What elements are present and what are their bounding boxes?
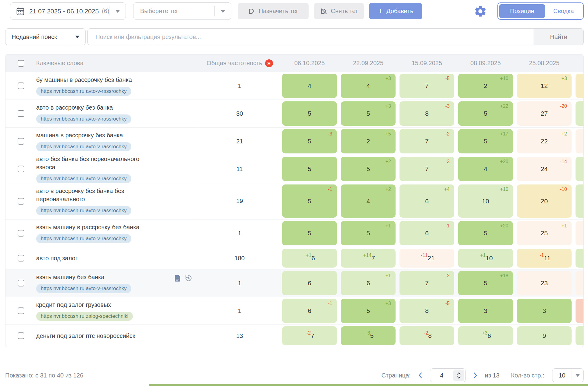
date-range-dropdown[interactable] [109,3,126,19]
recent-search-dropdown[interactable] [69,29,85,45]
row-checkbox[interactable] [5,155,36,183]
date-range-picker[interactable]: 21.07.2025 - 06.10.2025 (6) [10,2,126,20]
position-cell[interactable]: -57 [399,74,454,98]
position-cell[interactable]: 6 [282,271,337,295]
column-header-date[interactable]: 06.10.2025 [282,60,337,67]
position-cell[interactable]: +175 [458,129,513,153]
position-cell[interactable]: 3 [517,299,572,323]
keyword-text[interactable]: взять машину в рассрочку без банка [36,223,158,231]
position-cell[interactable]: +1010 [458,184,513,218]
position-cell[interactable]: -38 [399,101,454,126]
position-cell[interactable]: +16 [282,249,337,268]
position-cell[interactable]: +147 [341,249,396,268]
tag-select[interactable]: Выберите тег [133,2,231,20]
position-cell[interactable]: +15 [341,221,396,245]
history-icon[interactable] [184,274,192,282]
row-checkbox[interactable] [5,219,36,247]
row-checkbox[interactable] [5,325,36,347]
select-all-checkbox[interactable] [5,60,36,67]
position-cell[interactable]: -1424 [517,157,572,181]
position-cell[interactable]: -111 [517,249,572,268]
position-cell[interactable]: -27 [282,326,337,345]
page-number-input[interactable]: 4 [430,368,466,382]
row-checkbox[interactable] [5,128,36,155]
row-checkbox[interactable] [5,183,36,219]
row-checkbox[interactable] [5,297,36,325]
keyword-url-chip[interactable]: https nvr.bbcash.ru avto-v-rassrochky [36,174,131,183]
recent-search-select[interactable]: Недавний поиск [5,28,86,45]
column-header-date[interactable]: 15.09.2025 [399,60,454,67]
position-cell[interactable]: -16 [282,299,337,323]
remove-tag-button[interactable]: Снять тег [314,3,364,19]
position-cell[interactable]: +125 [517,221,572,245]
keyword-text[interactable]: авто в рассрочку без банка без первонача… [36,187,158,203]
keyword-text[interactable]: деньги под залог птс новороссийск [36,332,158,340]
add-button[interactable]: + Добавить [369,3,422,19]
row-checkbox[interactable] [5,72,36,100]
position-cell-clipped[interactable] [576,74,583,98]
document-icon[interactable] [174,274,182,282]
keyword-url-chip[interactable]: https nvr.bbcash.ru avto-v-rassrochky [36,234,131,243]
per-page-dropdown[interactable] [572,369,583,382]
position-cell[interactable]: -27 [399,129,454,153]
row-checkbox[interactable] [5,247,36,269]
position-cell[interactable]: +52 [341,129,396,153]
position-cell[interactable]: -28 [399,326,454,345]
prev-page-button[interactable] [417,370,424,380]
position-cell[interactable]: +204 [458,157,513,181]
position-cell[interactable]: +35 [341,101,396,126]
position-cell[interactable]: +24 [341,184,396,218]
position-cell[interactable]: -37 [399,157,454,181]
next-page-button[interactable] [472,370,479,380]
keyword-text[interactable]: взять машину без банка [36,273,158,281]
assign-tag-button[interactable]: Назначить тег [238,3,309,19]
keyword-url-chip[interactable]: https nvr.bbcash.ru zalog-spectechniki [36,312,133,321]
position-cell[interactable]: +185 [458,271,513,295]
keyword-text[interactable]: бу машины в рассрочку без банка [36,76,158,84]
position-cell[interactable]: 5 [282,157,337,181]
position-cell[interactable]: 4 [282,74,337,98]
column-header-date[interactable]: 08.09.2025 [458,60,513,67]
position-cell[interactable]: -1121 [399,249,454,268]
position-cell[interactable]: 3 [458,299,513,323]
keyword-text[interactable]: авто без банка без первоначального взнос… [36,155,158,171]
position-cell[interactable]: 5 [282,221,337,245]
keyword-url-chip[interactable]: https nvr.bbcash.ru avto-v-rassrochky [36,284,131,293]
position-cell[interactable]: 9 [517,326,572,345]
position-cell[interactable]: -2027 [517,101,572,126]
position-cell-clipped[interactable] [576,221,583,245]
position-cell[interactable]: -27 [399,271,454,295]
column-header-date[interactable]: 25.08.2025 [517,60,572,67]
tab-summary[interactable]: Сводка [545,4,582,18]
row-checkbox[interactable] [5,269,36,297]
position-cell[interactable]: 5 [282,101,337,126]
settings-button[interactable] [474,4,488,19]
position-cell[interactable]: +16 [341,271,396,295]
search-submit-button[interactable]: Найти [534,29,583,45]
search-input[interactable] [88,29,534,45]
column-header-date[interactable]: 22.09.2025 [341,60,396,67]
position-cell[interactable]: +35 [341,299,396,323]
per-page-select[interactable]: 10 [552,368,584,382]
row-checkbox[interactable] [5,100,36,127]
keyword-url-chip[interactable]: https nvr.bbcash.ru avto-v-rassrochky [36,87,131,96]
position-cell[interactable]: +35 [341,326,396,345]
position-cell[interactable]: +46 [399,184,454,218]
keyword-url-chip[interactable]: https nvr.bbcash.ru avto-v-rassrochky [36,142,131,151]
keyword-url-chip[interactable]: https nvr.bbcash.ru avto-v-rassrochky [36,114,131,124]
position-cell-clipped[interactable] [576,129,583,153]
position-cell[interactable]: +205 [458,221,513,245]
position-cell[interactable]: +110 [458,249,513,268]
keyword-text[interactable]: кредит под залог грузовых [36,301,158,309]
position-cell[interactable]: +34 [341,74,396,98]
position-cell[interactable]: +225 [458,101,513,126]
position-cell[interactable]: -35 [282,129,337,153]
position-cell-clipped[interactable] [576,326,583,345]
position-cell[interactable]: +102 [458,74,513,98]
position-cell[interactable]: 23 [517,271,572,295]
page-stepper-arrows[interactable] [453,370,464,381]
tag-select-dropdown[interactable] [215,3,231,19]
keyword-text[interactable]: авто в рассрочку без банка [36,104,158,112]
keyword-text[interactable]: машина в рассрочку без банка [36,131,158,139]
position-cell-clipped[interactable] [576,299,583,323]
